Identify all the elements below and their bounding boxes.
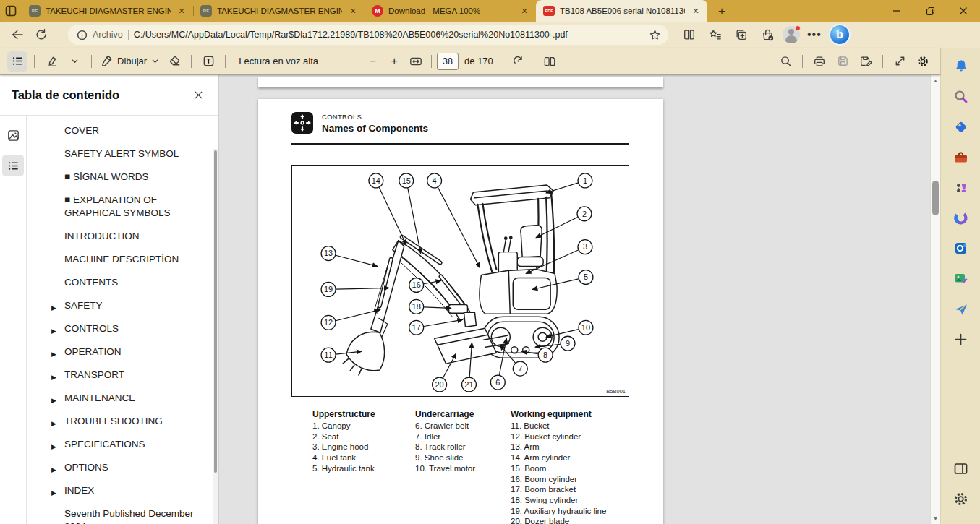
shopping-tag-icon[interactable] <box>951 117 970 136</box>
expand-arrow-icon[interactable]: ▶ <box>51 440 56 453</box>
toc-item[interactable]: ▶OPTIONS <box>27 461 205 474</box>
notifications-bell-icon[interactable] <box>951 56 970 75</box>
sidebar-settings-icon[interactable] <box>951 489 970 508</box>
search-icon[interactable] <box>775 51 796 72</box>
settings-gear-icon[interactable] <box>913 51 933 72</box>
favorites-icon[interactable] <box>704 25 726 45</box>
browser-tab[interactable]: PDFTB108 AB5E006 serial No1081130✕ <box>536 0 707 22</box>
browser-tab[interactable]: RETAKEUCHI DIAGMASTER ENGINE✕ <box>22 0 193 22</box>
expand-arrow-icon[interactable]: ▶ <box>51 325 56 338</box>
zoom-in-icon[interactable]: + <box>384 51 404 72</box>
browser-tab[interactable]: MDownload - MEGA 100%✕ <box>365 0 536 22</box>
expand-arrow-icon[interactable]: ▶ <box>51 486 56 499</box>
toc-item[interactable]: CONTENTS <box>27 276 205 289</box>
toc-item[interactable]: ▶INDEX <box>27 484 205 497</box>
fit-width-icon[interactable] <box>406 51 426 72</box>
toolbar-divider <box>882 55 883 68</box>
refresh-icon[interactable] <box>30 25 52 45</box>
highlighter-icon[interactable] <box>41 51 61 72</box>
drop-icon[interactable] <box>951 299 970 318</box>
toc-item[interactable]: ▶SAFETY <box>27 299 205 312</box>
save-as-icon[interactable] <box>856 51 876 72</box>
toc-panel: Tabla de contenido <box>0 75 219 524</box>
print-icon[interactable] <box>809 51 830 72</box>
address-url[interactable]: C:/Users/MC/AppData/Local/Temp/Rar$Dla17… <box>134 30 644 40</box>
tab-close-icon[interactable]: ✕ <box>347 5 359 17</box>
toc-item[interactable]: COVER <box>27 124 205 137</box>
expand-arrow-icon[interactable]: ▶ <box>51 348 56 361</box>
new-tab-button[interactable]: + <box>712 1 732 22</box>
outline-list-icon[interactable] <box>2 155 24 176</box>
favorite-star-icon[interactable] <box>649 29 661 41</box>
toc-item-label: TRANSPORT <box>64 369 124 380</box>
image-creator-icon[interactable] <box>951 269 970 288</box>
page-number-input[interactable] <box>437 53 459 70</box>
shopping-icon[interactable] <box>757 25 778 45</box>
sidebar-search-icon[interactable] <box>951 87 970 106</box>
expand-arrow-icon[interactable]: ▶ <box>51 371 56 384</box>
toc-item[interactable]: ▶TROUBLESHOOTING <box>27 415 205 428</box>
split-panel-icon[interactable] <box>951 459 970 478</box>
toc-item[interactable]: INTRODUCTION <box>27 230 205 243</box>
expand-arrow-icon[interactable]: ▶ <box>51 394 56 407</box>
scroll-down-icon[interactable]: ▼ <box>933 513 938 524</box>
workspaces-icon[interactable] <box>0 0 22 22</box>
highlighter-chevron-down-icon[interactable] <box>64 51 85 72</box>
tools-icon[interactable] <box>951 147 970 166</box>
rotate-icon[interactable] <box>508 51 529 72</box>
read-aloud-button[interactable]: Lectura en voz alta <box>232 51 325 72</box>
toc-item[interactable]: ▶SPECIFICATIONS <box>27 438 205 451</box>
toc-close-icon[interactable] <box>188 85 208 106</box>
page-view-icon[interactable] <box>540 51 560 72</box>
collections-icon[interactable] <box>730 25 752 45</box>
close-window-button[interactable] <box>947 0 980 22</box>
more-menu-icon[interactable]: ••• <box>804 28 825 41</box>
info-icon[interactable] <box>77 30 88 40</box>
toc-scrollbar[interactable] <box>213 149 218 524</box>
browser-tab[interactable]: RETAKEUCHI DIAGMASTER ENGINE✕ <box>193 0 365 22</box>
toc-item[interactable]: ■ SİGNAL WORDS <box>27 171 205 184</box>
address-bar[interactable]: Archivo C:/Users/MC/AppData/Local/Temp/R… <box>68 25 668 45</box>
toc-item[interactable]: ▶MAINTENANCE <box>27 392 205 405</box>
bing-copilot-icon[interactable]: b <box>829 24 851 46</box>
microsoft-365-icon[interactable] <box>951 208 970 227</box>
toc-item[interactable]: ▶CONTROLS <box>27 322 205 335</box>
navbar-actions: ••• b <box>678 24 851 46</box>
toc-toggle-icon[interactable] <box>7 51 27 72</box>
callout-number: 18 <box>412 302 421 311</box>
thumbnails-icon[interactable] <box>2 124 24 146</box>
tab-close-icon[interactable]: ✕ <box>690 5 702 17</box>
pdf-scrollbar[interactable]: ▲ ▼ <box>930 75 940 524</box>
toc-item[interactable]: ■ EXPLANATION OF GRAPHICAL SYMBOLS <box>27 194 205 220</box>
toc-item[interactable]: ▶TRANSPORT <box>27 369 205 382</box>
minimize-button[interactable] <box>880 0 913 22</box>
toc-item[interactable]: ▶OPERATION <box>27 345 205 358</box>
add-sidebar-item-icon[interactable] <box>951 330 970 348</box>
toc-list: COVERSAFETY ALERT SYMBOL■ SİGNAL WORDS■ … <box>27 116 218 524</box>
scroll-up-icon[interactable]: ▲ <box>933 75 938 86</box>
expand-arrow-icon[interactable]: ▶ <box>51 301 56 314</box>
outlook-icon[interactable] <box>951 239 970 257</box>
eraser-icon[interactable] <box>164 51 184 72</box>
draw-button[interactable]: Dibujar <box>98 51 161 72</box>
callout-number: 21 <box>464 380 473 389</box>
toc-scrollbar-thumb[interactable] <box>214 150 217 473</box>
back-icon[interactable] <box>6 25 27 45</box>
pdf-scrollbar-thumb[interactable] <box>932 181 939 215</box>
legend-item: 7. Idler <box>415 431 511 442</box>
profile-avatar[interactable] <box>783 26 800 43</box>
games-icon[interactable] <box>951 178 970 197</box>
fullscreen-icon[interactable] <box>890 51 910 72</box>
tab-close-icon[interactable]: ✕ <box>519 5 530 17</box>
restore-button[interactable] <box>913 0 947 22</box>
split-screen-icon[interactable] <box>678 25 700 45</box>
expand-arrow-icon[interactable]: ▶ <box>51 417 56 430</box>
toc-item[interactable]: MACHINE DESCRIPTİON <box>27 253 205 266</box>
toc-item[interactable]: SAFETY ALERT SYMBOL <box>27 147 205 160</box>
save-icon[interactable] <box>832 51 853 72</box>
tab-close-icon[interactable]: ✕ <box>176 5 187 17</box>
zoom-out-icon[interactable]: − <box>362 51 383 72</box>
expand-arrow-icon[interactable]: ▶ <box>51 463 56 476</box>
toc-item[interactable]: Seventh Published December 2004 <box>27 507 205 524</box>
text-tool-icon[interactable] <box>198 51 218 72</box>
